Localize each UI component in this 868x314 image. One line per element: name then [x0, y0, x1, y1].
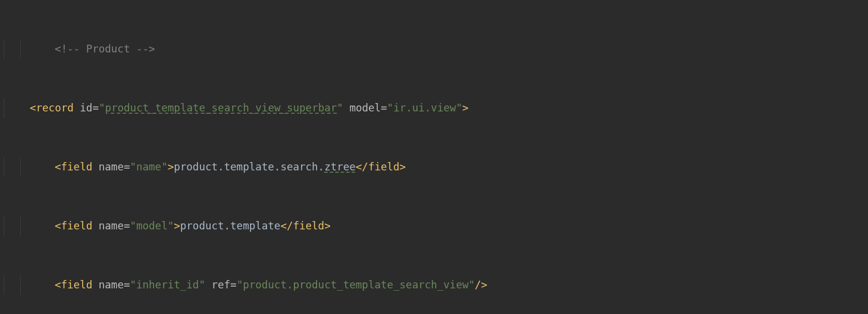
attr-value: product.product_template_search_view: [243, 279, 468, 291]
xml-tag: field: [61, 279, 93, 291]
code-editor[interactable]: <!-- Product --> <record id="product_tem…: [0, 0, 868, 314]
attr-value: name: [136, 161, 161, 173]
code-line[interactable]: <field name="inherit_id" ref="product.pr…: [0, 275, 868, 295]
text-content: ztree: [324, 161, 356, 173]
xml-attr: model: [343, 102, 381, 114]
attr-value: model: [136, 220, 168, 232]
code-line[interactable]: <!-- Product -->: [0, 39, 868, 59]
attr-value: product_template_search_view_superbar: [105, 102, 337, 114]
xml-attr: id: [74, 102, 93, 114]
xml-tag: record: [36, 102, 74, 114]
code-line[interactable]: <field name="name">product.template.sear…: [0, 157, 868, 177]
angle-bracket: <: [30, 102, 36, 114]
xml-tag: field: [61, 161, 93, 173]
xml-tag: field: [61, 220, 93, 232]
text-content: product.template: [180, 220, 281, 232]
attr-value: inherit_id: [136, 279, 199, 291]
code-line[interactable]: <record id="product_template_search_view…: [0, 98, 868, 118]
xml-comment: <!-- Product -->: [55, 43, 155, 55]
attr-value: ir.ui.view: [393, 102, 456, 114]
code-line[interactable]: <field name="model">product.template</fi…: [0, 216, 868, 236]
text-content: product.template.search.: [174, 161, 324, 173]
